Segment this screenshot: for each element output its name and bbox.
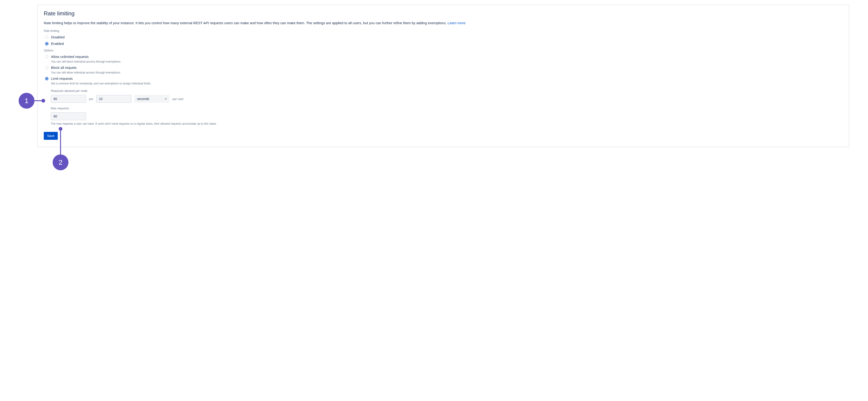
- radio-allow-unlimited[interactable]: Allow unlimited requests You can still b…: [44, 55, 843, 64]
- page-description: Rate limiting helps to improve the stabi…: [44, 21, 843, 26]
- radio-limit-requests[interactable]: Limit requests Set a common limit for ev…: [44, 76, 843, 86]
- radio-help: You can still block individual access th…: [51, 60, 843, 64]
- description-text: Rate limiting helps to improve the stabi…: [44, 21, 448, 25]
- radio-label: Limit requests: [51, 76, 843, 81]
- radio-icon: [45, 77, 49, 80]
- radio-label: Disabled: [51, 35, 843, 39]
- time-unit-select-wrap: seconds: [134, 95, 170, 103]
- annotation-marker-2: 2: [53, 155, 68, 170]
- radio-help: You can still allow individual access th…: [51, 71, 843, 75]
- radio-disabled[interactable]: Disabled: [44, 35, 843, 39]
- limit-settings-block: Requests allowed per node per seconds pe…: [51, 89, 843, 125]
- radio-icon: [45, 36, 49, 39]
- learn-more-link[interactable]: Learn more: [448, 21, 466, 25]
- radio-label: Allow unlimited requests: [51, 55, 843, 59]
- annotation-connector: [60, 129, 61, 155]
- rate-limiting-section-label: Rate limiting: [44, 29, 843, 33]
- time-unit-select[interactable]: seconds: [134, 95, 170, 103]
- rate-limiting-panel: Rate limiting Rate limiting helps to imp…: [37, 5, 849, 147]
- radio-icon: [45, 66, 49, 69]
- annotation-dot: [41, 99, 45, 103]
- requests-row: per seconds per user: [51, 95, 843, 103]
- per-user-text: per user: [173, 97, 184, 101]
- annotation-marker-1: 1: [19, 93, 34, 109]
- radio-icon: [45, 42, 49, 45]
- page-title: Rate limiting: [44, 10, 843, 17]
- interval-input[interactable]: [96, 95, 131, 103]
- radio-icon: [45, 55, 49, 58]
- options-radio-group: Allow unlimited requests You can still b…: [44, 55, 843, 86]
- options-section-label: Options: [44, 49, 843, 52]
- max-requests-input[interactable]: [51, 112, 86, 120]
- radio-help: Set a common limit for everybody, and us…: [51, 81, 843, 86]
- save-button[interactable]: Save: [44, 132, 58, 140]
- radio-label: Enabled: [51, 41, 843, 46]
- max-requests-help: The max requests a user can have. If use…: [51, 122, 843, 125]
- requests-allowed-label: Requests allowed per node: [51, 89, 843, 93]
- max-requests-label: Max requests: [51, 106, 843, 110]
- radio-enabled[interactable]: Enabled: [44, 41, 843, 46]
- per-text: per: [89, 97, 93, 101]
- radio-label: Block all requets: [51, 65, 843, 70]
- state-radio-group: Disabled Enabled: [44, 35, 843, 46]
- requests-allowed-input[interactable]: [51, 95, 86, 103]
- radio-block-all[interactable]: Block all requets You can still allow in…: [44, 65, 843, 74]
- annotation-dot: [59, 127, 62, 131]
